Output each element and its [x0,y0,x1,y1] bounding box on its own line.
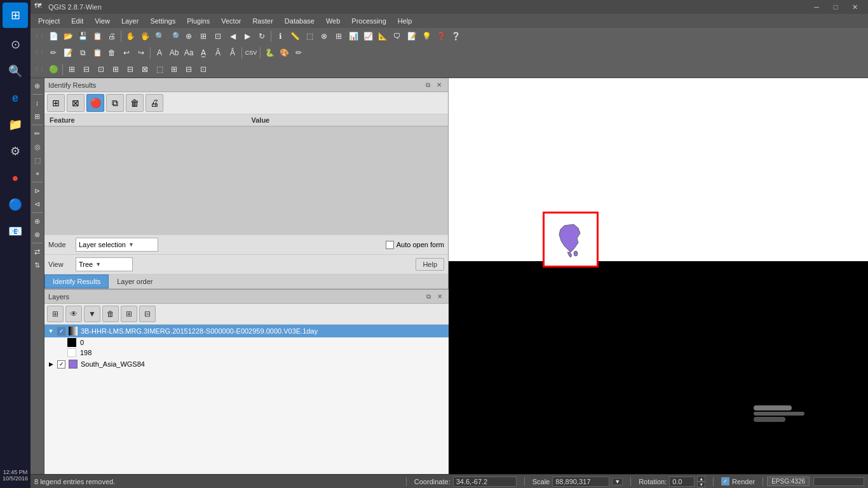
layer-2-name[interactable]: South_Asia_WGS84 [81,360,145,368]
taskbar-explorer[interactable]: 📁 [3,112,28,137]
menu-edit[interactable]: Edit [66,16,88,26]
tb-zoom-sel[interactable]: ⊡ [211,29,225,43]
menu-project[interactable]: Project [33,16,65,26]
id-current-layer[interactable]: 🔴 [86,94,104,112]
vt-btn-3[interactable]: ⊞ [31,110,44,123]
auto-open-checkbox[interactable] [386,241,394,249]
layer-1-expand[interactable]: ▼ [47,327,55,335]
tb-label2[interactable]: Ab [167,46,181,60]
tb-d10[interactable]: ⊡ [196,62,210,76]
menu-settings[interactable]: Settings [145,16,180,26]
tb-new[interactable]: 📄 [46,29,60,43]
layer-2-expand[interactable]: ▶ [47,360,55,368]
vt-btn-10[interactable]: ⊕ [31,215,44,227]
tb-redo[interactable]: ↪ [134,46,148,60]
taskbar-chrome[interactable]: ● [3,165,28,191]
tb-print[interactable]: 🖨 [105,29,119,43]
map-area[interactable] [449,78,868,474]
help-button[interactable]: Help [416,258,444,271]
id-print[interactable]: 🖨 [146,94,163,112]
tb-label[interactable]: A [153,46,166,60]
vt-btn-9[interactable]: ⊲ [31,198,44,210]
tb-stat[interactable]: 📊 [346,29,360,43]
menu-vector[interactable]: Vector [216,16,246,26]
mode-select[interactable]: Layer selection ▼ [76,238,158,252]
id-expand-all[interactable]: ⊠ [67,94,85,112]
menu-help[interactable]: Help [393,16,417,26]
tb-zoom-layer[interactable]: ⊞ [196,29,210,43]
tb-d5[interactable]: ⊟ [123,62,137,76]
tb-python[interactable]: 🐍 [262,46,276,60]
coordinate-input[interactable] [453,477,517,487]
taskbar-cortana[interactable]: ⊙ [3,32,28,57]
tb-del[interactable]: 🗑 [105,46,119,60]
close-button[interactable]: ✕ [845,0,864,14]
tb-undo[interactable]: ↩ [119,46,133,60]
taskbar-app1[interactable]: 🔵 [3,192,28,217]
layers-expand[interactable]: ⊞ [121,306,137,322]
tb-copy[interactable]: ⧉ [76,46,90,60]
id-clear[interactable]: 🗑 [126,94,144,112]
menu-plugins[interactable]: Plugins [182,16,215,26]
tb-pan2[interactable]: 🖐 [138,29,152,43]
tb-d1[interactable]: ⊞ [65,62,79,76]
menu-database[interactable]: Database [280,16,320,26]
layers-close-button[interactable]: ✕ [435,292,445,302]
tb-label3[interactable]: Aa [182,46,196,60]
vt-btn-8[interactable]: ⊳ [31,184,44,197]
minimize-button[interactable]: ─ [807,0,826,14]
panel-undock-button[interactable]: ⧉ [423,80,433,90]
tb-whats[interactable]: ❔ [449,29,463,43]
id-expand-tree[interactable]: ⊞ [47,94,65,112]
menu-web[interactable]: Web [321,16,345,26]
taskbar-edge[interactable]: e [3,85,28,111]
tb-d4[interactable]: ⊞ [109,62,123,76]
menu-raster[interactable]: Raster [247,16,278,26]
panel-close-button[interactable]: ✕ [434,80,444,90]
vt-btn-4[interactable]: ✏ [31,127,44,140]
layer-1-checkbox[interactable]: ✓ [57,327,65,336]
tb-label5[interactable]: Ā [211,46,225,60]
rotation-up[interactable]: ▲ [697,476,705,482]
layers-remove[interactable]: 🗑 [102,306,119,322]
tb-paste[interactable]: 📋 [90,46,104,60]
vt-btn-1[interactable]: ⊕ [31,79,44,92]
tb-tip[interactable]: 💡 [419,29,433,43]
tb-zoom-prev[interactable]: ◀ [226,29,240,43]
tb-save[interactable]: 💾 [76,29,90,43]
tb-csv[interactable]: CSV [244,46,258,60]
tb-d3[interactable]: ⊡ [94,62,108,76]
rotation-down[interactable]: ▼ [697,482,705,487]
start-button[interactable]: ⊞ [3,3,28,28]
layers-undock-button[interactable]: ⧉ [423,292,433,302]
tb-chart[interactable]: 📈 [361,29,375,43]
vt-btn-5[interactable]: ◎ [31,140,44,153]
taskbar-app2[interactable]: 📧 [3,219,28,244]
tb-d2[interactable]: ⊟ [79,62,93,76]
tb-d8[interactable]: ⊞ [167,62,181,76]
tb-zoom-next[interactable]: ▶ [240,29,254,43]
tb-refresh[interactable]: ↻ [255,29,269,43]
layer-2-checkbox[interactable]: ✓ [57,360,65,369]
taskbar-settings[interactable]: ⚙ [3,139,28,164]
tb-label4[interactable]: A̲ [196,46,210,60]
tb-measure2[interactable]: 📐 [376,29,390,43]
layer-item-1[interactable]: ▼ ✓ 3B-HHR-LMS.MRG.3IMERG.20151228-S0000… [44,325,449,337]
tb-zoom-out[interactable]: 🔎 [167,29,181,43]
tb-d9[interactable]: ⊟ [182,62,196,76]
layers-visibility[interactable]: 👁 [65,306,82,322]
id-copy[interactable]: ⧉ [106,94,124,112]
tb-select[interactable]: ⬚ [302,29,316,43]
layers-filter[interactable]: ▼ [84,306,100,322]
tb-edit2[interactable]: 📝 [61,46,75,60]
render-checkbox[interactable]: ✓ [721,477,729,485]
scale-dropdown-btn[interactable]: ▼ [612,478,623,485]
tb-zoom-full[interactable]: ⊕ [182,29,196,43]
tb-open-attr[interactable]: ⊞ [332,29,346,43]
epsg-button[interactable]: EPSG:4326 [767,477,810,486]
tab-layer-order[interactable]: Layer order [109,274,161,288]
tb-label6[interactable]: Â [226,46,240,60]
menu-layer[interactable]: Layer [116,16,144,26]
taskbar-search[interactable]: 🔍 [3,58,28,84]
tb-zoom-in[interactable]: 🔍 [153,29,166,43]
